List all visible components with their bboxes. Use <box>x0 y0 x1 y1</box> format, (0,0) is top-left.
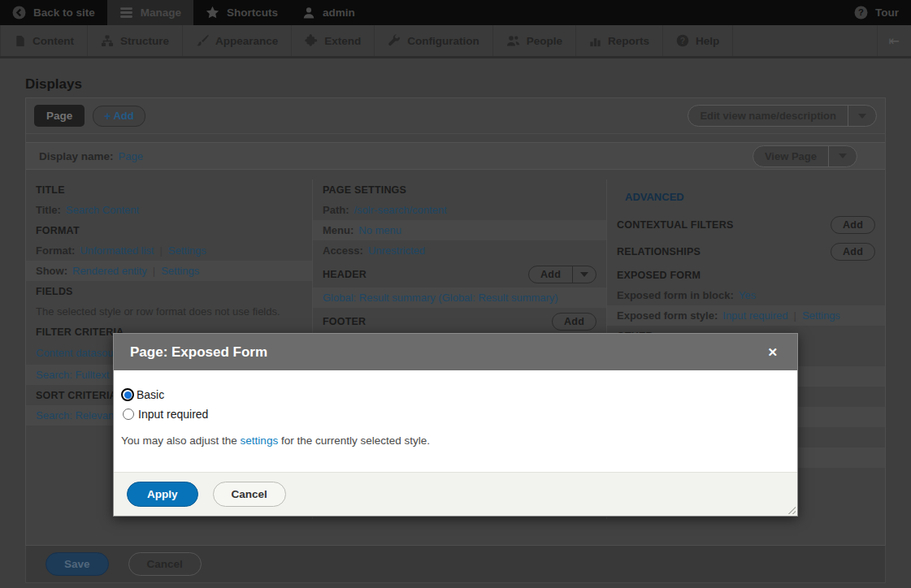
save-button[interactable]: Save <box>46 552 109 576</box>
display-name-link[interactable]: Page <box>119 150 143 162</box>
menu-item-extend[interactable]: Extend <box>292 25 375 56</box>
puzzle-icon <box>305 34 318 47</box>
wrench-icon <box>388 34 401 47</box>
row-label: Exposed form in block: <box>617 289 734 301</box>
format-link[interactable]: Unformatted list <box>80 244 154 257</box>
access-link[interactable]: Unrestricted <box>368 244 425 257</box>
radio-option-basic[interactable]: Basic <box>121 388 787 401</box>
section-sort-label: SORT CRITERIA <box>36 390 117 401</box>
plus-icon: + <box>104 110 111 123</box>
menu-label: Extend <box>324 35 361 47</box>
edit-view-dropdown-toggle[interactable] <box>848 106 876 126</box>
title-row: Title: Search Content <box>26 200 312 220</box>
exposed-form-style-link[interactable]: Input required <box>722 309 787 322</box>
title-link[interactable]: Search Content <box>66 204 139 216</box>
cancel-button[interactable]: Cancel <box>213 482 286 507</box>
back-arrow-icon <box>12 6 26 19</box>
admin-user-tab[interactable]: admin <box>290 0 367 25</box>
menu-row: Menu: No menu <box>313 220 606 240</box>
radio-unselected-icon[interactable] <box>123 409 134 420</box>
chevron-down-icon <box>580 272 588 277</box>
section-page-settings[interactable]: PAGE SETTINGS <box>313 179 606 200</box>
hamburger-icon <box>119 6 133 19</box>
admin-username: admin <box>323 6 355 19</box>
admin-toolbar: Back to site Manage Shortcuts admin ? To… <box>0 0 911 25</box>
admin-menu-tray: Content Structure Appearance Extend Conf… <box>0 25 911 58</box>
star-icon <box>206 6 219 19</box>
views-cancel-button[interactable]: Cancel <box>128 552 202 576</box>
display-tab-page[interactable]: Page <box>34 105 85 127</box>
menu-item-appearance[interactable]: Appearance <box>183 25 292 56</box>
menu-label: Configuration <box>407 35 479 47</box>
tour-label: Tour <box>875 6 899 19</box>
section-relationships[interactable]: RELATIONSHIPS Add <box>607 238 885 265</box>
menu-link[interactable]: No menu <box>358 224 401 236</box>
section-header-label: HEADER <box>323 269 367 280</box>
contextual-filters-add-button[interactable]: Add <box>831 216 875 234</box>
section-exposed-form[interactable]: EXPOSED FORM <box>607 265 885 285</box>
path-link[interactable]: /solr-search/content <box>354 204 447 216</box>
format-settings-link[interactable]: Settings <box>168 244 206 257</box>
header-result-summary-row: Global: Result summary (Global: Result s… <box>313 288 606 308</box>
section-format[interactable]: FORMAT <box>26 220 312 240</box>
tour-button[interactable]: ? Tour <box>842 0 911 25</box>
view-page-dropdown-toggle[interactable] <box>828 146 857 166</box>
exposed-form-style-settings-link[interactable]: Settings <box>802 309 840 322</box>
section-title[interactable]: TITLE <box>26 179 312 200</box>
help-icon: ? <box>676 34 689 47</box>
sitemap-icon <box>101 35 114 47</box>
section-exposed-label: EXPOSED FORM <box>617 270 701 281</box>
section-header[interactable]: HEADER Add <box>313 261 606 288</box>
note-text-before: You may also adjust the <box>121 435 241 447</box>
back-to-site-button[interactable]: Back to site <box>0 0 107 25</box>
menu-item-structure[interactable]: Structure <box>88 25 183 56</box>
section-contextual-filters[interactable]: CONTEXTUAL FILTERS Add <box>607 211 885 238</box>
settings-link[interactable]: settings <box>241 435 279 447</box>
section-footer[interactable]: FOOTER Add <box>313 308 606 335</box>
menu-label: Reports <box>608 35 649 47</box>
menu-item-configuration[interactable]: Configuration <box>375 25 492 56</box>
exposed-form-style-row: Exposed form style: Input required | Set… <box>607 305 885 326</box>
footer-add-button[interactable]: Add <box>552 313 596 331</box>
page-title: Displays <box>25 76 82 93</box>
manage-tab[interactable]: Manage <box>107 0 193 25</box>
section-filter-label: FILTER CRITERIA <box>36 326 124 338</box>
menu-item-people[interactable]: People <box>493 25 576 56</box>
paintbrush-icon <box>196 34 209 47</box>
edit-view-name-button[interactable]: Edit view name/description <box>688 105 877 127</box>
header-result-summary-link[interactable]: Global: Result summary (Global: Result s… <box>323 292 558 304</box>
apply-button[interactable]: Apply <box>127 482 198 507</box>
menu-item-help[interactable]: ? Help <box>663 25 733 56</box>
row-label: Show: <box>36 265 67 277</box>
exposed-form-in-block-row: Exposed form in block: Yes <box>607 285 885 305</box>
show-row: Show: Rendered entity | Settings <box>26 261 312 281</box>
dialog-titlebar[interactable]: Page: Exposed Form ✕ <box>114 334 797 370</box>
svg-text:?: ? <box>680 36 685 45</box>
row-label: Exposed form style: <box>617 309 718 322</box>
views-actions-bar: Save Cancel <box>25 546 886 583</box>
add-display-button[interactable]: +Add <box>93 106 145 127</box>
chevron-down-icon <box>839 153 847 158</box>
menu-item-reports[interactable]: Reports <box>576 25 663 56</box>
fields-note-row: The selected style or row format does no… <box>26 301 312 322</box>
note-text-after: for the currently selected style. <box>281 435 430 447</box>
view-page-button[interactable]: View Page <box>753 145 857 167</box>
relationships-add-button[interactable]: Add <box>831 243 875 261</box>
header-add-button[interactable]: Add <box>528 266 596 283</box>
toolbar-orientation-toggle-icon[interactable]: ⇤ <box>877 25 911 56</box>
close-icon[interactable]: ✕ <box>764 343 781 361</box>
dialog-resize-handle[interactable] <box>787 506 796 514</box>
radio-option-input-required[interactable]: Input required <box>121 407 787 422</box>
show-settings-link[interactable]: Settings <box>161 265 199 277</box>
menu-item-content[interactable]: Content <box>0 25 88 56</box>
exposed-form-in-block-link[interactable]: Yes <box>739 289 756 301</box>
radio-selected-icon[interactable] <box>121 388 134 401</box>
section-format-label: FORMAT <box>36 225 80 236</box>
shortcuts-tab[interactable]: Shortcuts <box>193 0 290 25</box>
radio-dot <box>124 391 132 399</box>
display-name-row: Display name: Page View Page <box>26 142 885 170</box>
advanced-toggle[interactable]: ADVANCED <box>607 179 885 211</box>
header-add-dropdown-toggle[interactable] <box>572 266 596 283</box>
section-fields[interactable]: FIELDS <box>26 281 312 301</box>
show-link[interactable]: Rendered entity <box>72 265 147 277</box>
